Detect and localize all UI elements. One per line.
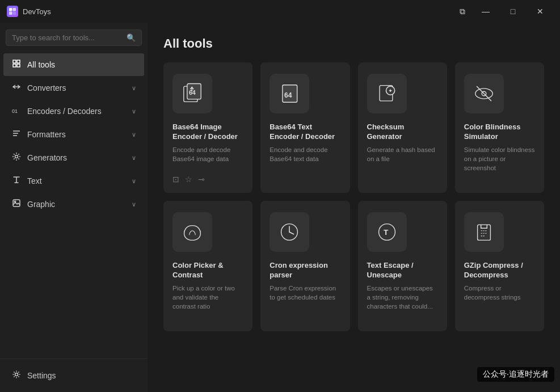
tool-card-base64-text[interactable]: 64 Base64 Text Encoder / Decoder Encode … bbox=[260, 62, 350, 193]
svg-rect-2 bbox=[9, 12, 12, 15]
tool-desc-cron: Parse Cron expression to get scheduled d… bbox=[270, 284, 340, 322]
tool-icon-base64-text: 64 bbox=[270, 74, 309, 113]
app-title: DevToys bbox=[23, 7, 452, 16]
tool-desc-checksum: Generate a hash based on a file bbox=[367, 145, 438, 184]
sidebar-nav: All tools Converters ∨ 01 Encoders / Dec… bbox=[0, 53, 148, 216]
tool-desc-base64-image: Encode and decode Base64 image data bbox=[172, 145, 243, 168]
tool-title-gzip: GZip Compress / Decompress bbox=[464, 261, 535, 280]
sidebar-item-converters[interactable]: Converters ∨ bbox=[3, 77, 144, 99]
sidebar-item-text[interactable]: Text ∨ bbox=[3, 170, 144, 192]
titlebar: DevToys ⧉ — □ ✕ bbox=[0, 0, 560, 23]
svg-point-8 bbox=[15, 155, 18, 158]
sidebar-item-settings[interactable]: Settings bbox=[3, 364, 144, 387]
minimize-button[interactable]: — bbox=[473, 2, 499, 20]
link-icon[interactable]: ⊸ bbox=[198, 175, 205, 184]
sidebar-item-label: Text bbox=[27, 176, 126, 186]
chevron-icon: ∨ bbox=[132, 131, 136, 138]
chevron-icon: ∨ bbox=[132, 85, 136, 92]
converters-icon bbox=[11, 82, 22, 94]
sidebar-item-label: Encoders / Decoders bbox=[27, 107, 126, 116]
page-title: All tools bbox=[163, 36, 544, 51]
text-icon bbox=[11, 175, 22, 187]
tool-title-text-escape: Text Escape / Unescape bbox=[367, 261, 438, 280]
sidebar: 🔍 All tools Converters ∨ 01 Encoders / D… bbox=[0, 23, 148, 392]
tool-icon-checksum bbox=[367, 74, 407, 113]
window-controls: — □ ✕ bbox=[473, 2, 553, 20]
tool-desc-color-blindness: Simulate color blindness on a picture or… bbox=[464, 145, 535, 184]
search-box[interactable]: 🔍 bbox=[6, 29, 142, 46]
tool-title-base64-image: Base64 Image Encoder / Decoder bbox=[172, 123, 243, 142]
svg-text:T: T bbox=[383, 228, 388, 237]
tool-title-checksum: Checksum Generator bbox=[367, 123, 438, 142]
tool-card-color-blindness[interactable]: Color Blindness Simulator Simulate color… bbox=[455, 62, 544, 193]
chevron-icon: ∨ bbox=[132, 178, 136, 185]
close-button[interactable]: ✕ bbox=[527, 2, 553, 20]
tool-card-cron[interactable]: Cron expression parser Parse Cron expres… bbox=[260, 201, 350, 331]
sidebar-item-all-tools[interactable]: All tools bbox=[3, 53, 144, 76]
svg-rect-30 bbox=[477, 225, 490, 240]
sidebar-item-label: Formatters bbox=[27, 130, 126, 139]
settings-icon bbox=[11, 370, 22, 381]
sidebar-bottom: Settings bbox=[0, 359, 148, 392]
sidebar-item-label: Generators bbox=[27, 153, 126, 162]
main-content: All tools 64 Base64 Image Encoder / Deco… bbox=[148, 23, 560, 392]
tool-title-base64-text: Base64 Text Encoder / Decoder bbox=[270, 123, 340, 142]
tool-card-base64-image[interactable]: 64 Base64 Image Encoder / Decoder Encode… bbox=[163, 62, 252, 193]
formatters-icon bbox=[11, 129, 22, 140]
svg-rect-1 bbox=[13, 8, 16, 11]
sidebar-item-label: Graphic bbox=[27, 200, 126, 209]
chevron-icon: ∨ bbox=[132, 108, 136, 115]
tool-icon-color-blindness bbox=[464, 74, 504, 113]
generators-icon bbox=[11, 152, 22, 163]
chevron-icon: ∨ bbox=[132, 201, 136, 208]
tool-title-cron: Cron expression parser bbox=[270, 261, 340, 280]
tool-icon-color-picker bbox=[172, 212, 212, 252]
sidebar-item-graphic[interactable]: Graphic ∨ bbox=[3, 193, 144, 216]
tool-card-text-escape[interactable]: T Text Escape / Unescape Escapes or unes… bbox=[358, 201, 447, 331]
sidebar-item-label: Converters bbox=[27, 83, 126, 92]
tool-icon-cron bbox=[270, 212, 309, 252]
tool-desc-gzip: Compress or decompress strings bbox=[464, 284, 535, 322]
search-icon: 🔍 bbox=[127, 33, 136, 42]
snap-layout-icon[interactable]: ⧉ bbox=[452, 2, 473, 20]
chevron-icon: ∨ bbox=[132, 154, 136, 162]
pin-icon[interactable]: ⊡ bbox=[172, 175, 179, 184]
tool-title-color-blindness: Color Blindness Simulator bbox=[464, 123, 535, 142]
svg-text:01: 01 bbox=[12, 108, 18, 114]
svg-line-27 bbox=[289, 232, 294, 234]
tool-card-gzip[interactable]: GZip Compress / Decompress Compress or d… bbox=[455, 201, 544, 331]
all-tools-icon bbox=[11, 59, 22, 70]
svg-text:64: 64 bbox=[284, 91, 292, 99]
tool-card-color-picker[interactable]: Color Picker & Contrast Pick up a color … bbox=[163, 201, 252, 331]
tool-actions-base64-image: ⊡ ☆ ⊸ bbox=[172, 175, 243, 184]
tools-grid: 64 Base64 Image Encoder / Decoder Encode… bbox=[163, 62, 544, 331]
tool-card-checksum[interactable]: Checksum Generator Generate a hash based… bbox=[358, 62, 447, 193]
search-input[interactable] bbox=[12, 33, 127, 42]
app-icon bbox=[7, 6, 18, 17]
maximize-button[interactable]: □ bbox=[500, 2, 526, 20]
star-icon[interactable]: ☆ bbox=[185, 175, 192, 184]
tool-desc-color-picker: Pick up a color or two and validate the … bbox=[172, 284, 243, 322]
encoders-decoders-icon: 01 bbox=[11, 106, 22, 117]
app-body: 🔍 All tools Converters ∨ 01 Encoders / D… bbox=[0, 23, 560, 392]
sidebar-bottom-nav: Settings bbox=[0, 364, 148, 387]
sidebar-item-label: Settings bbox=[27, 371, 136, 380]
svg-rect-3 bbox=[13, 12, 16, 15]
tool-icon-text-escape: T bbox=[367, 212, 407, 252]
sidebar-item-label: All tools bbox=[27, 60, 136, 69]
svg-point-11 bbox=[15, 373, 18, 376]
sidebar-item-formatters[interactable]: Formatters ∨ bbox=[3, 123, 144, 146]
tool-desc-text-escape: Escapes or unescapes a string, removing … bbox=[367, 284, 438, 322]
svg-rect-0 bbox=[9, 8, 12, 11]
tool-icon-gzip bbox=[464, 212, 504, 252]
tool-desc-base64-text: Encode and decode Base64 text data bbox=[270, 145, 340, 184]
tool-title-color-picker: Color Picker & Contrast bbox=[172, 261, 243, 280]
sidebar-item-encoders-decoders[interactable]: 01 Encoders / Decoders ∨ bbox=[3, 100, 144, 123]
sidebar-item-generators[interactable]: Generators ∨ bbox=[3, 146, 144, 169]
graphic-icon bbox=[11, 199, 22, 210]
tool-icon-base64-image: 64 bbox=[172, 74, 212, 113]
